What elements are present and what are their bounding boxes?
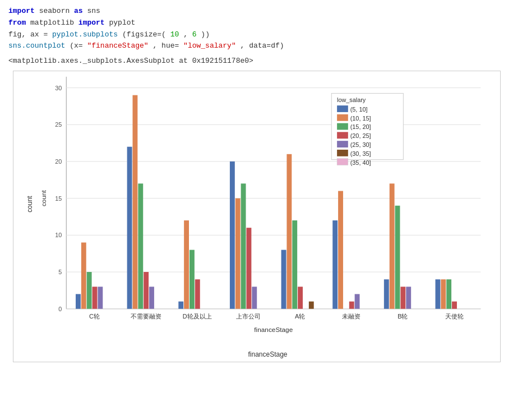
svg-text:不需要融资: 不需要融资 [130, 313, 161, 320]
svg-rect-65 [389, 184, 394, 309]
svg-text:(25, 30]: (25, 30] [350, 141, 371, 148]
svg-rect-40 [229, 161, 234, 309]
args-subplots: (figsize=( [122, 30, 166, 39]
svg-rect-43 [246, 228, 251, 309]
num-6: 6 [192, 30, 197, 39]
svg-rect-88 [337, 123, 348, 130]
svg-rect-18 [86, 272, 91, 309]
svg-rect-26 [138, 184, 143, 309]
svg-text:未融资: 未融资 [342, 313, 361, 320]
svg-text:C轮: C轮 [89, 313, 100, 320]
svg-rect-60 [354, 294, 359, 309]
svg-rect-96 [337, 159, 348, 165]
svg-text:financeStage: financeStage [254, 326, 293, 334]
svg-rect-84 [337, 105, 348, 112]
svg-text:(15, 20]: (15, 20] [350, 124, 371, 131]
svg-text:low_salary: low_salary [337, 96, 366, 103]
svg-rect-64 [383, 279, 389, 309]
svg-text:25: 25 [55, 121, 62, 128]
svg-text:count: count [39, 190, 47, 207]
svg-rect-32 [178, 302, 183, 309]
svg-text:(5, 10]: (5, 10] [350, 106, 367, 113]
svg-rect-34 [189, 250, 194, 309]
paren-close: )) [201, 30, 210, 39]
op-equals: = [43, 30, 52, 39]
num-10: 10 [170, 30, 179, 39]
svg-rect-16 [76, 294, 81, 309]
svg-rect-53 [308, 302, 313, 309]
chart-svg: 0 5 10 15 20 25 30 C轮 [30, 71, 500, 336]
svg-text:天使轮: 天使轮 [445, 313, 463, 320]
str-low-salary: "low_salary" [183, 41, 236, 50]
svg-text:上市公司: 上市公司 [236, 313, 261, 320]
svg-rect-51 [298, 287, 303, 309]
svg-rect-68 [406, 287, 411, 309]
svg-rect-28 [149, 287, 154, 309]
code-line-3: fig, ax = pyplot.subplots (figsize=( 10 … [8, 29, 505, 41]
x-axis-label: financeStage [248, 350, 287, 358]
keyword-as: as [74, 7, 83, 15]
arg-data: , data=df) [241, 41, 284, 50]
svg-rect-94 [337, 150, 348, 156]
fn-subplots: pyplot.subplots [52, 30, 118, 39]
chart-container: count financeStage 0 5 10 15 20 25 30 [13, 71, 501, 362]
code-line-4: sns.countplot (x= "financeStage" , hue= … [8, 40, 505, 52]
keyword-import: import [8, 7, 35, 15]
keyword-from: from [8, 19, 26, 27]
svg-rect-73 [441, 279, 446, 309]
svg-rect-25 [132, 95, 137, 309]
svg-rect-66 [395, 206, 400, 309]
svg-rect-33 [184, 220, 189, 309]
lib-pyplot: pyplot [109, 19, 135, 27]
svg-text:5: 5 [58, 269, 62, 275]
svg-rect-57 [338, 191, 343, 309]
svg-rect-20 [98, 287, 103, 309]
svg-text:D轮及以上: D轮及以上 [182, 313, 211, 320]
svg-rect-27 [144, 272, 149, 309]
svg-rect-19 [92, 287, 97, 309]
svg-rect-35 [195, 279, 200, 309]
arg-hue: , hue= [152, 41, 179, 50]
svg-rect-72 [435, 279, 440, 309]
svg-text:(30, 35]: (30, 35] [350, 150, 371, 157]
svg-rect-90 [337, 132, 348, 139]
svg-text:20: 20 [55, 158, 62, 165]
svg-text:30: 30 [55, 85, 62, 91]
code-block: import seaborn as sns from matplotlib im… [8, 6, 505, 52]
svg-rect-74 [446, 279, 451, 309]
str-financeStage: "financeStage" [87, 41, 148, 50]
svg-text:(10, 15]: (10, 15] [350, 115, 371, 122]
svg-rect-67 [400, 287, 405, 309]
svg-rect-86 [337, 114, 348, 121]
svg-text:(35, 40]: (35, 40] [350, 159, 371, 166]
svg-rect-48 [281, 250, 286, 309]
svg-rect-59 [349, 302, 354, 309]
svg-rect-49 [286, 154, 292, 309]
code-line-2: from matplotlib import pyplot [8, 17, 505, 29]
svg-text:0: 0 [58, 306, 62, 312]
svg-text:B轮: B轮 [398, 313, 408, 320]
var-fig-ax: fig, ax [8, 30, 43, 39]
svg-text:(20, 25]: (20, 25] [350, 132, 371, 139]
keyword-import2: import [78, 19, 105, 27]
comma: , [183, 30, 192, 39]
svg-rect-41 [235, 199, 240, 309]
svg-text:15: 15 [55, 195, 62, 202]
code-line-1: import seaborn as sns [8, 6, 505, 17]
svg-rect-75 [452, 302, 457, 309]
lib-matplotlib: matplotlib [30, 19, 78, 27]
output-line: <matplotlib.axes._subplots.AxesSubplot a… [8, 57, 505, 65]
svg-rect-56 [332, 220, 338, 309]
svg-rect-24 [127, 147, 132, 309]
output-text: <matplotlib.axes._subplots.AxesSubplot a… [8, 57, 253, 65]
svg-rect-44 [252, 287, 257, 309]
svg-text:10: 10 [55, 232, 62, 238]
svg-rect-50 [292, 220, 297, 309]
fn-countplot: sns.countplot [8, 41, 65, 50]
arg-x: (x= [70, 41, 82, 50]
svg-rect-92 [337, 141, 348, 147]
svg-rect-17 [81, 243, 86, 309]
lib-seaborn: seaborn [39, 7, 74, 15]
svg-rect-42 [241, 184, 246, 309]
svg-text:A轮: A轮 [294, 313, 304, 320]
